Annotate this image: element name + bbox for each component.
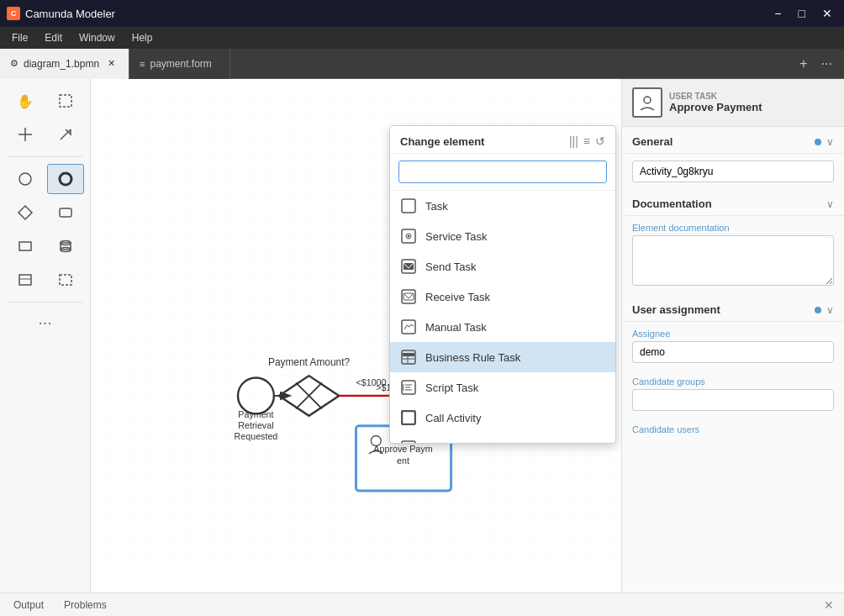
menu-help[interactable]: Help	[124, 30, 161, 45]
svg-rect-8	[19, 242, 31, 250]
candidate-groups-input[interactable]	[632, 389, 834, 411]
left-toolbar: ✋	[0, 79, 91, 592]
popup-refresh-icon[interactable]: ↺	[595, 134, 605, 148]
popup-header-icons: ||| ≡ ↺	[569, 134, 605, 148]
menu-file[interactable]: File	[3, 30, 36, 45]
svg-text:Payment Amount?: Payment Amount?	[268, 356, 351, 368]
user-assignment-chevron-icon: ∨	[826, 304, 834, 316]
right-panel: USER TASK Approve Payment General ∨ Docu…	[621, 79, 844, 592]
popup-search-bar	[390, 154, 615, 191]
arrow-tool-button[interactable]	[47, 119, 84, 150]
more-tabs-button[interactable]: ···	[816, 55, 837, 73]
svg-rect-41	[402, 350, 415, 364]
popup-search-input[interactable]	[398, 161, 607, 183]
general-field-group	[622, 154, 844, 189]
svg-text:ent: ent	[397, 455, 409, 466]
add-tab-button[interactable]: +	[794, 55, 812, 73]
popup-item-call-activity[interactable]: Call Activity	[390, 403, 615, 433]
general-section-header[interactable]: General ∨	[622, 127, 844, 154]
svg-marker-6	[18, 206, 32, 219]
svg-rect-42	[403, 353, 414, 356]
business-rule-task-label: Business Rule Task	[425, 351, 520, 364]
general-section-title: General	[632, 135, 673, 148]
task-icon	[400, 197, 417, 214]
user-assignment-section-title: User assignment	[632, 303, 720, 316]
general-chevron-icon: ∨	[826, 136, 834, 148]
task-label: Task	[425, 200, 448, 213]
popup-columns-icon[interactable]: |||	[569, 134, 578, 148]
popup-item-script-task[interactable]: Script Task	[390, 372, 615, 403]
service-task-icon	[400, 228, 417, 245]
collapse-tool-button[interactable]	[47, 265, 84, 295]
call-activity-label: Call Activity	[425, 412, 481, 424]
rect-tool-button[interactable]	[47, 197, 84, 228]
change-element-popup: Change element ||| ≡ ↺ Task	[389, 125, 616, 444]
svg-text:Approve Paym: Approve Paym	[373, 444, 432, 454]
popup-title: Change element	[400, 135, 484, 148]
assignee-input[interactable]	[632, 341, 834, 363]
svg-rect-46	[402, 411, 415, 424]
title-bar-controls: − □ ✕	[769, 5, 837, 22]
candidate-groups-field-group: Candidate groups	[622, 370, 844, 418]
popup-item-service-task[interactable]: Service Task	[390, 221, 615, 251]
lasso-tool-button[interactable]	[47, 86, 84, 116]
documentation-section-title: Documentation	[632, 197, 712, 210]
bottom-bar: Output Problems ✕	[0, 592, 844, 616]
user-assignment-section-dot	[815, 307, 821, 313]
receive-task-icon	[400, 288, 417, 305]
svg-rect-32	[402, 199, 415, 213]
close-button[interactable]: ✕	[817, 5, 837, 22]
move-tool-button[interactable]	[7, 119, 44, 150]
diamond-tool-button[interactable]	[7, 197, 44, 228]
svg-point-5	[60, 173, 71, 185]
popup-item-send-task[interactable]: Send Task	[390, 251, 615, 282]
documentation-chevron-icon: ∨	[826, 198, 834, 210]
menu-edit[interactable]: Edit	[36, 30, 71, 45]
popup-item-business-rule-task[interactable]: Business Rule Task	[390, 342, 615, 372]
toolbar-row-4	[7, 197, 84, 228]
documentation-section-header[interactable]: Documentation ∨	[622, 189, 844, 216]
db-tool-button[interactable]	[47, 231, 84, 261]
circle-tool-button[interactable]	[7, 164, 44, 194]
diagram-tab-close[interactable]: ✕	[104, 56, 119, 71]
menu-window[interactable]: Window	[71, 30, 124, 45]
sub-process-icon	[400, 440, 417, 443]
popup-item-sub-process[interactable]: Sub Process (collapsed)	[390, 433, 615, 443]
id-input[interactable]	[632, 161, 834, 182]
send-task-icon	[400, 258, 417, 275]
maximize-button[interactable]: □	[794, 5, 810, 22]
tab-actions: + ···	[794, 55, 844, 73]
right-panel-body: General ∨ Documentation ∨ Element docume…	[622, 127, 844, 592]
user-assignment-section-header[interactable]: User assignment ∨	[622, 295, 844, 322]
bottom-close-button[interactable]: ✕	[824, 598, 834, 612]
tab-payment[interactable]: ≡ payment.form	[129, 49, 230, 79]
popup-item-manual-task[interactable]: Manual Task	[390, 312, 615, 342]
toolbar-row-1: ✋	[7, 86, 84, 116]
toolbar-row-5	[7, 231, 84, 261]
output-tab[interactable]: Output	[10, 598, 47, 613]
svg-rect-14	[60, 275, 71, 285]
minimize-button[interactable]: −	[769, 5, 786, 22]
documentation-field-group: Element documentation	[622, 216, 844, 295]
general-section-dot	[815, 139, 821, 145]
more-tools[interactable]: ···	[34, 309, 55, 335]
popup-item-task[interactable]: Task	[390, 191, 615, 221]
app-title: Camunda Modeler	[25, 8, 115, 20]
popup-list-icon[interactable]: ≡	[583, 134, 590, 148]
folded-tool-button[interactable]	[7, 265, 44, 295]
problems-tab[interactable]: Problems	[61, 598, 110, 613]
svg-rect-47	[402, 441, 415, 443]
canvas-area[interactable]: Payment Amount? <$1000 >$1000 Payment Re…	[91, 79, 621, 592]
main-layout: ✋	[0, 79, 844, 592]
manual-task-label: Manual Task	[425, 321, 487, 334]
popup-item-receive-task[interactable]: Receive Task	[390, 282, 615, 312]
tab-diagram[interactable]: ⚙ diagram_1.bpmn ✕	[0, 49, 129, 79]
script-task-label: Script Task	[425, 382, 478, 394]
plain-rect-tool-button[interactable]	[7, 231, 44, 261]
toolbar-row-6	[7, 265, 84, 295]
filled-circle-tool-button[interactable]	[47, 164, 84, 194]
doc-textarea[interactable]	[632, 235, 834, 286]
hand-tool-button[interactable]: ✋	[7, 86, 44, 116]
business-rule-task-icon	[400, 349, 417, 366]
element-type-label: USER TASK	[669, 92, 762, 101]
